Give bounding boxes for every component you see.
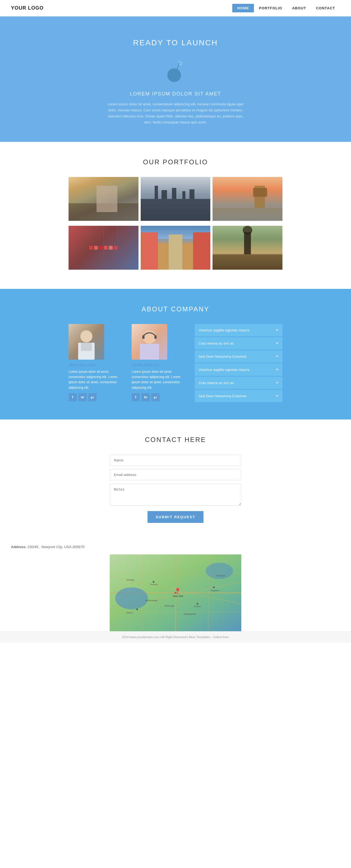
member-2-social: f in g+ [132, 393, 187, 401]
member-2-name: Linda Sew Lie [132, 363, 187, 367]
svg-point-40 [176, 588, 179, 591]
accordion-label-5: Cras viverra ac orci ac [198, 381, 234, 385]
portfolio-title: OUR PORTFOLIO [11, 158, 340, 166]
svg-line-1 [180, 62, 182, 64]
accordion-item-4[interactable]: Vivamus sagittis egestas mauris + [195, 364, 282, 376]
address-value: 230/45 , Newyork City, USA-305670 [27, 545, 85, 549]
accordion-item-5[interactable]: Cras viverra ac orci ac + [195, 377, 282, 389]
nav-links: HOME PORTFOLIO ABOUT CONTACT [232, 4, 340, 12]
svg-rect-11 [140, 344, 159, 360]
member-2-desc: Lorem ipsum dolor sit amet, consectetur … [132, 369, 187, 391]
portfolio-item-1[interactable] [69, 177, 138, 224]
logo: YOUR LOGO [11, 5, 43, 11]
accordion-plus-5: + [276, 380, 279, 386]
svg-point-25 [174, 592, 177, 594]
footer: 2014 www.yourdomain.com | All Right Rese… [0, 631, 351, 643]
portfolio-item-3[interactable] [213, 177, 282, 224]
svg-point-23 [115, 587, 148, 609]
portfolio-item-4[interactable] [69, 226, 138, 272]
svg-text:Pittsburgh: Pittsburgh [164, 604, 174, 607]
accordion-plus-6: + [276, 393, 279, 399]
svg-point-29 [213, 587, 215, 588]
portfolio-item-6[interactable] [213, 226, 282, 272]
nav-home[interactable]: HOME [232, 4, 254, 12]
svg-line-2 [179, 64, 182, 65]
member-1-name: Jhon Deo Alex [69, 363, 123, 367]
accordion-label-4: Vivamus sagittis egestas mauris [198, 368, 249, 372]
navbar: YOUR LOGO HOME PORTFOLIO ABOUT CONTACT [0, 0, 351, 17]
about-title: ABOUT COMPANY [11, 305, 340, 313]
svg-rect-8 [81, 343, 92, 351]
bomb-icon [163, 58, 188, 83]
accordion-item-1[interactable]: Vivamus sagittis egestas mauris + [195, 324, 282, 336]
hero-description: Lorem ipsum dolor sit amet, consectetuer… [104, 101, 247, 125]
address-label: Address: [11, 545, 26, 549]
member-2-facebook[interactable]: f [132, 393, 140, 401]
hero-section: READY TO LAUNCH LOREM IPSUM DOLOR SIT AM… [0, 17, 351, 142]
accordion-plus-3: + [276, 353, 279, 360]
member-1-social: f in g+ [69, 393, 123, 401]
about-inner: Jhon Deo Alex Lorem ipsum dolor sit amet… [69, 324, 282, 403]
team-member-2: Linda Sew Lie Lorem ipsum dolor sit amet… [132, 324, 187, 401]
accordion-plus-4: + [276, 367, 279, 373]
svg-line-0 [178, 61, 180, 63]
svg-point-6 [81, 330, 92, 342]
email-input[interactable] [110, 469, 241, 480]
contact-form: SUBMIT REQUEST [110, 455, 241, 523]
footer-text: 2014 www.yourdomain.com | All Right Rese… [122, 636, 229, 639]
nav-portfolio[interactable]: PORTFOLIO [254, 4, 287, 12]
accordion: Vivamus sagittis egestas mauris + Cras v… [195, 324, 282, 403]
svg-text:Philadelphia: Philadelphia [184, 613, 196, 615]
accordion-label-3: Sed Diam Nonummy Euismod [198, 354, 246, 359]
svg-rect-13 [154, 336, 157, 339]
accordion-label-2: Cras viverra ac orci ac [198, 341, 234, 345]
svg-text:Kingston: Kingston [211, 589, 219, 592]
name-input[interactable] [110, 455, 241, 466]
svg-text:New York: New York [173, 595, 184, 597]
member-2-linkedin[interactable]: in [141, 393, 150, 401]
team-member-1: Jhon Deo Alex Lorem ipsum dolor sit amet… [69, 324, 123, 401]
svg-text:Montreal: Montreal [217, 575, 225, 577]
accordion-plus-2: + [276, 340, 279, 346]
svg-point-26 [153, 581, 154, 583]
member-2-photo [132, 324, 167, 360]
accordion-label-1: Vivamus sagittis egestas mauris [198, 328, 249, 332]
contact-section: CONTACT HERE SUBMIT REQUEST [0, 420, 351, 539]
portfolio-item-2[interactable] [141, 177, 211, 224]
address-line: Address: 230/45 , Newyork City, USA-3056… [0, 539, 351, 554]
member-1-desc: Lorem ipsum dolor sit amet, consectetur … [69, 369, 123, 391]
svg-point-27 [197, 603, 198, 604]
svg-text:Mississauga: Mississauga [145, 599, 158, 601]
hero-title: READY TO LAUNCH [5, 38, 346, 47]
nav-contact[interactable]: CONTACT [311, 4, 340, 12]
accordion-item-3[interactable]: Sed Diam Nonummy Euismod + [195, 350, 282, 363]
accordion-label-6: Sed Diam Nonummy Euismod [198, 394, 246, 398]
contact-title: CONTACT HERE [11, 436, 340, 443]
accordion-plus-1: + [276, 327, 279, 333]
accordion-item-2[interactable]: Cras viverra ac orci ac + [195, 337, 282, 349]
submit-button[interactable]: SUBMIT REQUEST [148, 511, 203, 523]
portfolio-grid [69, 177, 282, 272]
svg-point-28 [136, 609, 138, 610]
svg-text:Detroit: Detroit [126, 612, 133, 614]
svg-text:Boston: Boston [194, 605, 201, 608]
member-1-facebook[interactable]: f [69, 393, 77, 401]
accordion-item-6[interactable]: Sed Diam Nonummy Euismod + [195, 390, 282, 402]
hero-subtitle: LOREM IPSUM DOLOR SIT AMET [5, 91, 346, 97]
map-container[interactable]: New York Toronto Boston Detroit Kingston… [110, 554, 241, 631]
about-section: ABOUT COMPANY [0, 289, 351, 420]
svg-text:Toronto: Toronto [150, 583, 158, 586]
svg-text:Chicago: Chicago [126, 579, 134, 581]
svg-point-3 [167, 68, 181, 82]
member-1-photo [69, 324, 104, 360]
nav-about[interactable]: ABOUT [287, 4, 311, 12]
member-2-google[interactable]: g+ [151, 393, 160, 401]
member-1-linkedin[interactable]: in [78, 393, 87, 401]
notes-input[interactable] [110, 484, 241, 505]
portfolio-item-5[interactable] [141, 226, 211, 272]
portfolio-section: OUR PORTFOLIO [0, 142, 351, 289]
member-1-google[interactable]: g+ [88, 393, 97, 401]
svg-rect-12 [142, 336, 145, 339]
